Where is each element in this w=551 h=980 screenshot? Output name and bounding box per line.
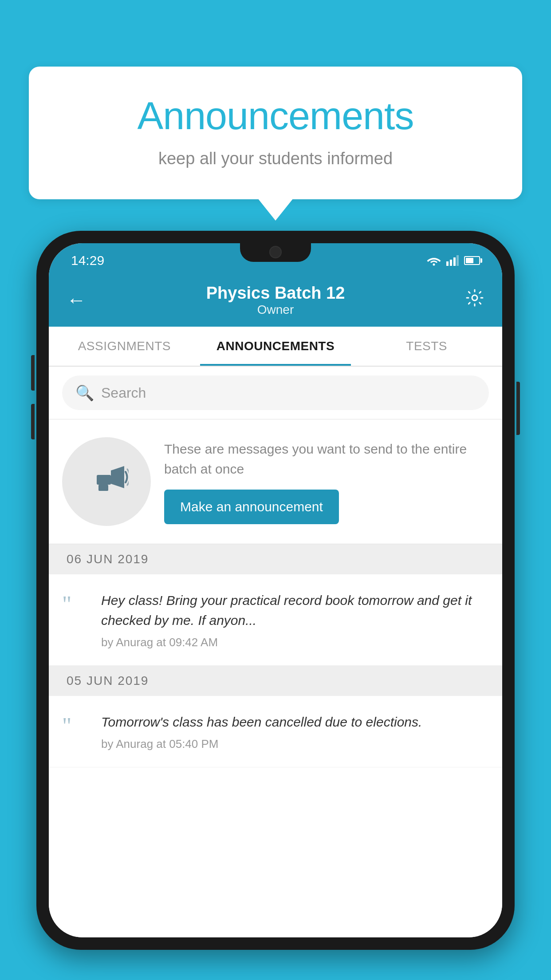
power-button (516, 382, 520, 435)
megaphone-circle (62, 437, 151, 526)
front-camera (269, 246, 282, 258)
volume-down-button (31, 404, 35, 439)
volume-up-button (31, 355, 35, 391)
date-separator-1: 06 JUN 2019 (49, 544, 502, 574)
svg-rect-4 (457, 255, 459, 266)
svg-rect-2 (450, 260, 452, 266)
search-placeholder: Search (101, 385, 146, 401)
phone-frame: 14:29 (36, 231, 515, 950)
header-subtitle: Owner (206, 303, 345, 317)
announcement-empty-right: These are messages you want to send to t… (164, 439, 489, 524)
settings-button[interactable] (465, 288, 484, 312)
header-title: Physics Batch 12 (206, 284, 345, 303)
bubble-title: Announcements (64, 93, 487, 138)
tab-announcements[interactable]: ANNOUNCEMENTS (200, 327, 351, 366)
battery-icon (464, 256, 480, 265)
date-separator-2: 05 JUN 2019 (49, 666, 502, 696)
make-announcement-button[interactable]: Make an announcement (164, 490, 339, 524)
bubble-subtitle: keep all your students informed (64, 149, 487, 168)
back-button[interactable]: ← (67, 289, 86, 311)
announcement-description: These are messages you want to send to t… (164, 439, 489, 479)
phone-screen: 14:29 (49, 243, 502, 937)
speech-bubble: Announcements keep all your students inf… (29, 67, 522, 199)
app-header: ← Physics Batch 12 Owner (49, 273, 502, 327)
search-icon: 🔍 (75, 384, 94, 402)
announcement-text-1: Hey class! Bring your practical record b… (101, 590, 489, 630)
announcement-content-1: Hey class! Bring your practical record b… (101, 590, 489, 649)
announcement-meta-2: by Anurag at 05:40 PM (101, 737, 489, 751)
status-icons (427, 255, 480, 266)
announcement-meta-1: by Anurag at 09:42 AM (101, 636, 489, 649)
svg-rect-7 (97, 475, 111, 485)
tab-assignments[interactable]: ASSIGNMENTS (49, 327, 200, 366)
status-time: 14:29 (71, 253, 104, 268)
phone-notch (240, 243, 311, 262)
quote-icon-1: " (62, 593, 89, 616)
phone-mockup: 14:29 (36, 231, 515, 950)
svg-rect-8 (98, 485, 108, 491)
svg-rect-1 (446, 261, 449, 266)
svg-marker-6 (111, 466, 124, 488)
announcement-text-2: Tomorrow's class has been cancelled due … (101, 712, 489, 732)
announcement-empty-state: These are messages you want to send to t… (49, 419, 502, 544)
speech-bubble-section: Announcements keep all your students inf… (29, 67, 522, 199)
announcement-content-2: Tomorrow's class has been cancelled due … (101, 712, 489, 751)
signal-icon (446, 255, 459, 266)
announcement-item-1[interactable]: " Hey class! Bring your practical record… (49, 574, 502, 666)
svg-point-5 (472, 295, 477, 300)
wifi-icon (427, 255, 441, 266)
svg-point-0 (433, 264, 435, 266)
header-center: Physics Batch 12 Owner (206, 284, 345, 317)
search-input-wrapper[interactable]: 🔍 Search (62, 375, 489, 410)
search-bar-section: 🔍 Search (49, 367, 502, 419)
svg-rect-3 (453, 257, 456, 266)
screen-content: 🔍 Search (49, 367, 502, 937)
announcement-item-2[interactable]: " Tomorrow's class has been cancelled du… (49, 696, 502, 767)
quote-icon-2: " (62, 715, 89, 738)
tab-bar: ASSIGNMENTS ANNOUNCEMENTS TESTS (49, 327, 502, 367)
megaphone-icon (84, 459, 129, 504)
tab-tests[interactable]: TESTS (351, 327, 502, 366)
